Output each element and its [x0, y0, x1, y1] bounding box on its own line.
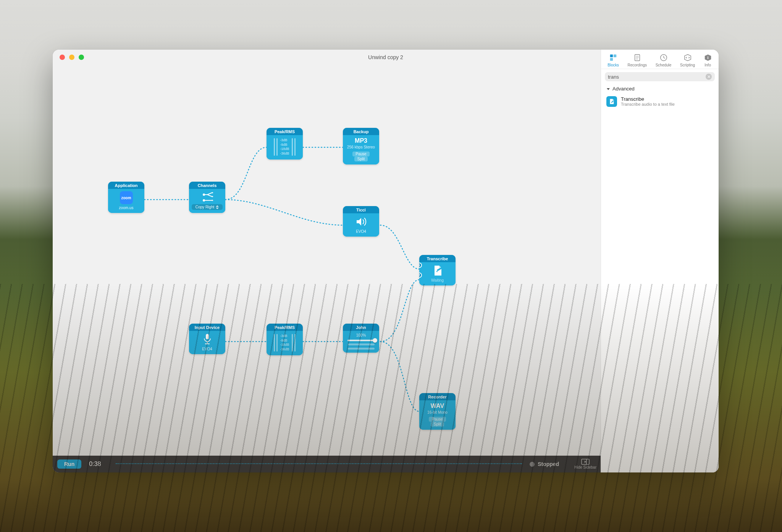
block-text: Transcribe Transcribe audio to a text fi… [621, 96, 675, 106]
input-port-2[interactable]: 2 [419, 272, 422, 278]
node-transcribe[interactable]: 1 2 Transcribe Waiting [419, 255, 456, 285]
run-button[interactable]: Run [57, 459, 81, 469]
category-label: Advanced [612, 86, 635, 92]
recorder-pause-button[interactable]: Pause [429, 417, 446, 422]
tab-label: Recordings [627, 63, 647, 67]
node-title: Peak/RMS [267, 324, 303, 331]
svg-marker-1 [212, 192, 213, 193]
microphone-icon [201, 333, 213, 345]
db-level: -3dB [280, 334, 289, 338]
close-window-button[interactable] [60, 55, 65, 60]
tab-scripting[interactable]: Scripting [679, 53, 696, 68]
node-input-device[interactable]: Input Device EVO4 [189, 324, 225, 354]
db-level: -18dB [280, 147, 289, 151]
tab-recordings[interactable]: Recordings [626, 53, 648, 68]
minimize-window-button[interactable] [69, 55, 74, 60]
db-level: -18dB [280, 343, 289, 347]
tab-label: Scripting [680, 63, 695, 67]
node-title: Channels [189, 182, 225, 189]
volume-slider[interactable] [347, 340, 375, 341]
recorder-format: WAV [431, 403, 444, 409]
block-desc: Transcribe audio to a text file [621, 102, 675, 106]
db-level: -36dB [280, 152, 289, 156]
transcribe-status: Waiting [431, 277, 444, 282]
sidebar: Blocks Recordings Schedule Scripting i I… [601, 50, 719, 472]
speaker-icon [355, 216, 367, 228]
stepper-icon [216, 205, 219, 209]
block-title: Transcribe [621, 96, 675, 102]
svg-rect-17 [614, 55, 616, 57]
slider-thumb[interactable] [373, 338, 377, 343]
node-footer: EVO4 [202, 346, 212, 351]
schedule-icon [659, 53, 668, 62]
node-body: EVO4 [343, 213, 379, 237]
progress-track[interactable] [116, 463, 522, 465]
hide-sidebar-icon [582, 459, 589, 464]
node-footer: EVO4 [356, 229, 366, 234]
window-controls [60, 55, 84, 60]
node-body: -3dB -9dB -18dB -36dB [267, 135, 303, 160]
backup-rate: 256 kbps Stereo [347, 145, 375, 149]
search-input[interactable]: trans ✕ [605, 72, 715, 81]
tab-label: Info [704, 63, 711, 67]
svg-rect-10 [206, 334, 209, 339]
node-body: EVO4 [189, 331, 225, 354]
search-row: trans ✕ [601, 69, 719, 84]
backup-split-button[interactable]: Split [354, 156, 368, 161]
backup-pause-button[interactable]: Pause [352, 152, 369, 156]
transport-bar: Run 0:38 Stopped Hide Sidebar [53, 456, 601, 472]
channels-icon [201, 191, 213, 203]
node-body: 100% [343, 331, 379, 353]
zoom-window-button[interactable] [79, 55, 84, 60]
node-application[interactable]: Application zoom zoom.us [108, 182, 144, 213]
time-display: 0:38 [89, 461, 108, 468]
node-title: Input Device [189, 324, 225, 331]
recorder-split-button[interactable]: Split [431, 422, 444, 427]
node-ticci[interactable]: Ticci EVO4 [343, 206, 379, 237]
vu-meter [348, 348, 375, 350]
db-level: -9dB [280, 143, 289, 147]
transcribe-block-icon [606, 96, 617, 107]
db-level: -9dB [280, 339, 289, 343]
node-title: Transcribe [419, 255, 456, 262]
input-port-1[interactable]: 1 [419, 263, 422, 268]
node-title: Application [108, 182, 144, 189]
node-peakrms-top[interactable]: Peak/RMS -3dB -9dB -18dB -36dB [267, 128, 303, 160]
tab-schedule[interactable]: Schedule [654, 53, 673, 68]
svg-marker-2 [212, 196, 213, 197]
svg-line-25 [664, 58, 665, 58]
node-backup[interactable]: Backup MP3 256 kbps Stereo Pause Split [343, 128, 379, 164]
svg-marker-29 [607, 88, 610, 90]
category-advanced[interactable]: Advanced [601, 84, 719, 94]
node-channels[interactable]: Channels Copy Ri [189, 182, 225, 213]
recorder-rate: 16-bit Mono [427, 410, 448, 414]
input-ports: 1 2 [419, 263, 422, 278]
node-body: Waiting [419, 262, 456, 285]
scripting-icon [683, 53, 692, 62]
desktop-background: Unwind copy 2 [0, 0, 782, 532]
node-title: Peak/RMS [267, 128, 303, 135]
sidebar-tabs: Blocks Recordings Schedule Scripting i I… [601, 50, 719, 69]
tab-info[interactable]: i Info [702, 53, 714, 68]
zoom-app-icon: zoom [120, 191, 133, 204]
node-peakrms-bottom[interactable]: Peak/RMS -3dB -9dB -18dB -36dB [267, 324, 303, 355]
node-footer: zoom.us [119, 205, 134, 210]
hide-sidebar-button[interactable]: Hide Sidebar [574, 459, 596, 469]
search-text: trans [608, 74, 619, 80]
node-john[interactable]: John 100% [343, 324, 379, 353]
channels-mode-select[interactable]: Copy Right [192, 204, 223, 210]
svg-point-0 [203, 193, 205, 196]
svg-rect-18 [610, 58, 613, 61]
tab-blocks[interactable]: Blocks [606, 53, 620, 68]
status-indicator: Stopped [530, 461, 559, 467]
block-item-transcribe[interactable]: Transcribe Transcribe audio to a text fi… [601, 94, 719, 109]
volume-label: 100% [356, 333, 366, 337]
canvas-area[interactable]: Application zoom zoom.us Channels [53, 65, 601, 456]
db-level: -36dB [280, 347, 289, 351]
svg-marker-4 [212, 200, 213, 201]
clear-search-button[interactable]: ✕ [706, 74, 712, 80]
node-recorder[interactable]: Recorder WAV 16-bit Mono Pause Split [419, 393, 456, 430]
node-title: John [343, 324, 379, 331]
status-dot-icon [530, 462, 535, 467]
recordings-icon [633, 53, 641, 62]
